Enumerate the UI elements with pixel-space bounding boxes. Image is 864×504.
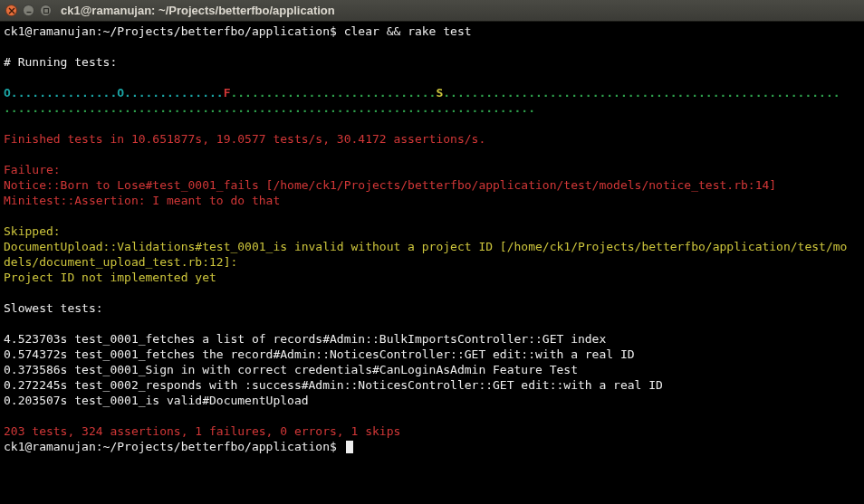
slowest-test: 0.272245s test_0002_responds with :succe… — [4, 377, 860, 393]
prompt-line: ck1@ramanujan:~/Projects/betterfbo/appli… — [4, 439, 860, 454]
svg-rect-0 — [43, 8, 48, 13]
summary-line: 203 tests, 324 assertions, 1 failures, 0… — [4, 423, 860, 439]
shell-prompt: ck1@ramanujan:~/Projects/betterfbo/appli… — [4, 24, 337, 38]
minimize-icon[interactable] — [23, 5, 34, 16]
close-icon[interactable] — [5, 5, 17, 16]
running-header: # Running tests: — [4, 54, 860, 70]
maximize-icon[interactable] — [40, 5, 52, 16]
skipped-location-2: dels/document_upload_test.rb:12]: — [4, 254, 860, 270]
slowest-header: Slowest tests: — [4, 300, 860, 316]
progress-row-2: ........................................… — [4, 100, 860, 116]
failure-message: Minitest::Assertion: I meant to do that — [4, 193, 860, 208]
slowest-test: 0.203507s test_0001_is valid#DocumentUpl… — [4, 393, 860, 408]
shell-prompt: ck1@ramanujan:~/Projects/betterfbo/appli… — [4, 440, 337, 453]
skipped-header: Skipped: — [4, 223, 860, 239]
finished-line: Finished tests in 10.651877s, 19.0577 te… — [4, 131, 860, 147]
prompt-line: ck1@ramanujan:~/Projects/betterfbo/appli… — [4, 24, 860, 39]
titlebar: ck1@ramanujan: ~/Projects/betterfbo/appl… — [0, 0, 864, 22]
terminal[interactable]: ck1@ramanujan:~/Projects/betterfbo/appli… — [0, 22, 864, 504]
cursor — [346, 441, 353, 453]
skipped-location-1: DocumentUpload::Validations#test_0001_is… — [4, 239, 860, 254]
window-title: ck1@ramanujan: ~/Projects/betterfbo/appl… — [61, 3, 335, 18]
command-text: clear && rake test — [344, 24, 472, 38]
failure-header: Failure: — [4, 162, 860, 177]
slowest-test: 0.373586s test_0001_Sign in with correct… — [4, 362, 860, 377]
progress-row-1: O...............O..............F........… — [4, 85, 860, 100]
window-controls — [5, 5, 52, 16]
skipped-message: Project ID not implemented yet — [4, 270, 860, 285]
failure-location: Notice::Born to Lose#test_0001_fails [/h… — [4, 177, 860, 193]
slowest-test: 0.574372s test_0001_fetches the record#A… — [4, 347, 860, 362]
slowest-test: 4.523703s test_0001_fetches a list of re… — [4, 331, 860, 347]
